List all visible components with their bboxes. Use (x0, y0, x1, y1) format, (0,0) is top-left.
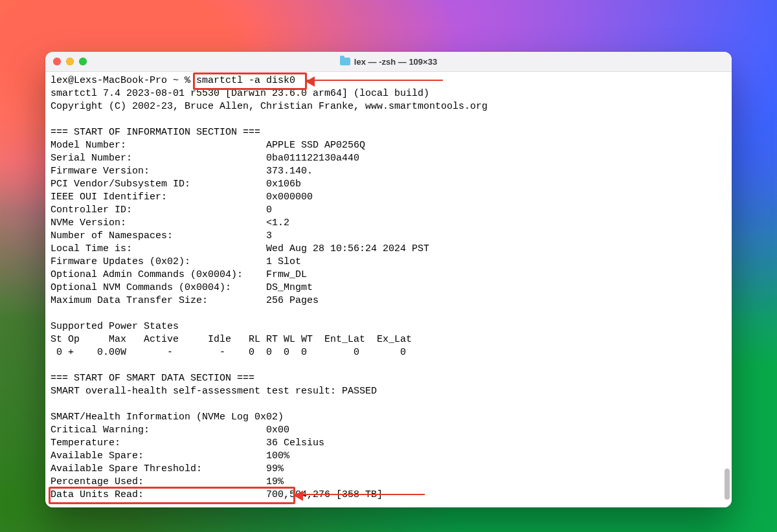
banner-line: Copyright (C) 2002-23, Bruce Allen, Chri… (51, 101, 488, 112)
field-label: Optional Admin Commands (0x0004): (51, 269, 266, 280)
field-label: Model Number: (51, 140, 266, 151)
banner-line: smartctl 7.4 2023-08-01 r5530 [Darwin 23… (51, 88, 429, 99)
field-value: 700,504,276 [358 TB] (266, 489, 383, 500)
terminal-window: lex — -zsh — 109×33 lex@Lexs-MacBook-Pro… (45, 52, 732, 507)
window-title-text: lex — -zsh — 109×33 (354, 57, 437, 67)
field-value: 373.140. (266, 166, 313, 177)
field-value: 1 Slot (266, 256, 301, 267)
window-title: lex — -zsh — 109×33 (45, 57, 732, 67)
section-header: === START OF SMART DATA SECTION === (51, 373, 254, 384)
field-label: Optional NVM Commands (0x0004): (51, 282, 266, 293)
field-value: <1.2 (266, 217, 289, 228)
field-value: 0x106b (266, 179, 301, 190)
section-header: SMART/Health Information (NVMe Log 0x02) (51, 412, 284, 423)
section-header: === START OF INFORMATION SECTION === (51, 127, 260, 138)
table-header: St Op Max Active Idle RL RT WL WT Ent_La… (51, 334, 412, 345)
scrollbar-thumb[interactable] (725, 469, 730, 500)
smart-overall: SMART overall-health self-assessment tes… (51, 386, 377, 397)
window-controls (53, 58, 87, 65)
field-value: 0x00 (266, 425, 289, 436)
field-label: Local Time is: (51, 243, 266, 254)
field-label: Available Spare: (51, 450, 266, 461)
terminal-output[interactable]: lex@Lexs-MacBook-Pro ~ % smartctl -a dis… (51, 74, 732, 502)
field-value: 99% (266, 463, 284, 474)
field-value: 19% (266, 476, 284, 487)
minimize-icon[interactable] (66, 58, 74, 65)
close-icon[interactable] (53, 58, 61, 65)
field-value: 0ba011122130a440 (266, 153, 359, 164)
section-header: Supported Power States (51, 321, 179, 332)
field-label: Maximum Data Transfer Size: (51, 295, 266, 306)
field-label: IEEE OUI Identifier: (51, 192, 266, 203)
folder-icon (340, 58, 350, 65)
field-label: Data Units Read: (51, 489, 266, 500)
field-label: Firmware Updates (0x02): (51, 256, 266, 267)
field-value: 3 (266, 230, 272, 241)
field-value: 0x000000 (266, 192, 313, 203)
field-value: APPLE SSD AP0256Q (266, 140, 365, 151)
field-value: 36 Celsius (266, 438, 324, 449)
field-label: PCI Vendor/Subsystem ID: (51, 179, 266, 190)
field-label: Available Spare Threshold: (51, 463, 266, 474)
shell-prompt: lex@Lexs-MacBook-Pro ~ % (51, 75, 196, 86)
field-value: Frmw_DL (266, 269, 307, 280)
field-label: Critical Warning: (51, 425, 266, 436)
field-label: Number of Namespaces: (51, 230, 266, 241)
field-value: 256 Pages (266, 295, 319, 306)
table-row: 0 + 0.00W - - 0 0 0 0 0 0 (51, 347, 406, 358)
zoom-icon[interactable] (79, 58, 87, 65)
field-value: DS_Mngmt (266, 282, 313, 293)
field-label: Controller ID: (51, 205, 266, 216)
field-value: 0 (266, 205, 272, 216)
field-label: Serial Number: (51, 153, 266, 164)
field-value: Wed Aug 28 10:56:24 2024 PST (266, 243, 429, 254)
terminal-body[interactable]: lex@Lexs-MacBook-Pro ~ % smartctl -a dis… (45, 72, 732, 507)
field-value: 100% (266, 450, 289, 461)
field-label: Firmware Version: (51, 166, 266, 177)
field-label: NVMe Version: (51, 217, 266, 228)
field-label: Temperature: (51, 438, 266, 449)
shell-command: smartctl -a disk0 (196, 75, 295, 86)
field-label: Percentage Used: (51, 476, 266, 487)
window-titlebar[interactable]: lex — -zsh — 109×33 (45, 52, 732, 72)
